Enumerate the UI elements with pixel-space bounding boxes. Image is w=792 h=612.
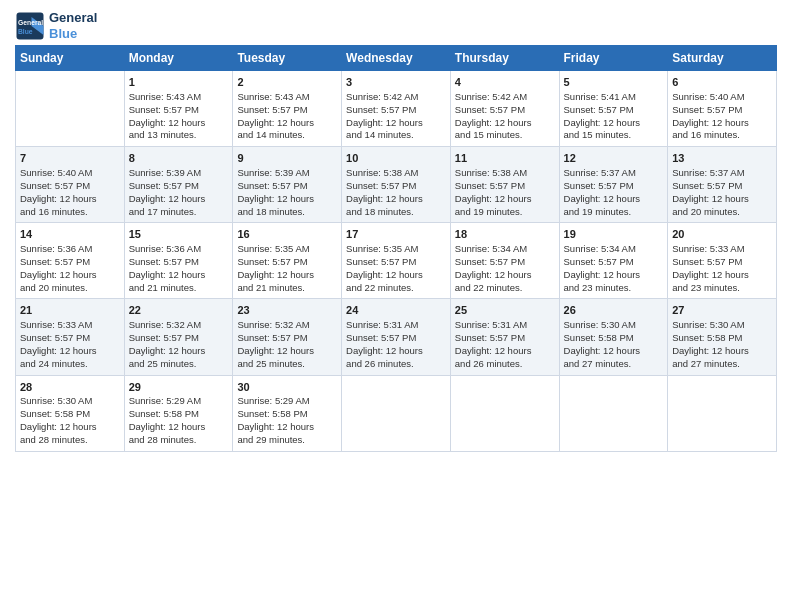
cell-4-2: 22Sunrise: 5:32 AM Sunset: 5:57 PM Dayli… [124,299,233,375]
cell-2-7: 13Sunrise: 5:37 AM Sunset: 5:57 PM Dayli… [668,147,777,223]
day-info: Sunrise: 5:30 AM Sunset: 5:58 PM Dayligh… [564,319,641,368]
col-header-sunday: Sunday [16,46,125,71]
col-header-thursday: Thursday [450,46,559,71]
day-number: 6 [672,75,772,90]
day-number: 12 [564,151,664,166]
day-info: Sunrise: 5:31 AM Sunset: 5:57 PM Dayligh… [455,319,532,368]
day-number: 22 [129,303,229,318]
day-info: Sunrise: 5:42 AM Sunset: 5:57 PM Dayligh… [346,91,423,140]
cell-3-6: 19Sunrise: 5:34 AM Sunset: 5:57 PM Dayli… [559,223,668,299]
svg-text:Blue: Blue [18,27,33,34]
day-number: 19 [564,227,664,242]
cell-5-4 [342,375,451,451]
cell-1-2: 1Sunrise: 5:43 AM Sunset: 5:57 PM Daylig… [124,71,233,147]
day-number: 1 [129,75,229,90]
day-info: Sunrise: 5:40 AM Sunset: 5:57 PM Dayligh… [20,167,97,216]
day-number: 5 [564,75,664,90]
cell-1-1 [16,71,125,147]
cell-4-6: 26Sunrise: 5:30 AM Sunset: 5:58 PM Dayli… [559,299,668,375]
day-info: Sunrise: 5:38 AM Sunset: 5:57 PM Dayligh… [346,167,423,216]
logo-icon: General Blue [15,11,45,41]
cell-1-7: 6Sunrise: 5:40 AM Sunset: 5:57 PM Daylig… [668,71,777,147]
day-info: Sunrise: 5:32 AM Sunset: 5:57 PM Dayligh… [237,319,314,368]
day-info: Sunrise: 5:29 AM Sunset: 5:58 PM Dayligh… [237,395,314,444]
day-info: Sunrise: 5:36 AM Sunset: 5:57 PM Dayligh… [129,243,206,292]
day-info: Sunrise: 5:35 AM Sunset: 5:57 PM Dayligh… [237,243,314,292]
week-row-2: 7Sunrise: 5:40 AM Sunset: 5:57 PM Daylig… [16,147,777,223]
day-info: Sunrise: 5:32 AM Sunset: 5:57 PM Dayligh… [129,319,206,368]
day-number: 15 [129,227,229,242]
cell-1-6: 5Sunrise: 5:41 AM Sunset: 5:57 PM Daylig… [559,71,668,147]
cell-5-1: 28Sunrise: 5:30 AM Sunset: 5:58 PM Dayli… [16,375,125,451]
cell-4-5: 25Sunrise: 5:31 AM Sunset: 5:57 PM Dayli… [450,299,559,375]
col-header-monday: Monday [124,46,233,71]
day-number: 18 [455,227,555,242]
day-info: Sunrise: 5:37 AM Sunset: 5:57 PM Dayligh… [672,167,749,216]
header-row: General Blue General Blue [15,10,777,41]
cell-3-7: 20Sunrise: 5:33 AM Sunset: 5:57 PM Dayli… [668,223,777,299]
day-number: 26 [564,303,664,318]
cell-1-3: 2Sunrise: 5:43 AM Sunset: 5:57 PM Daylig… [233,71,342,147]
main-container: General Blue General Blue SundayMondayTu… [0,0,792,462]
cell-3-3: 16Sunrise: 5:35 AM Sunset: 5:57 PM Dayli… [233,223,342,299]
day-number: 17 [346,227,446,242]
day-info: Sunrise: 5:34 AM Sunset: 5:57 PM Dayligh… [564,243,641,292]
col-header-saturday: Saturday [668,46,777,71]
cell-5-2: 29Sunrise: 5:29 AM Sunset: 5:58 PM Dayli… [124,375,233,451]
cell-5-7 [668,375,777,451]
cell-4-4: 24Sunrise: 5:31 AM Sunset: 5:57 PM Dayli… [342,299,451,375]
logo-text: General Blue [49,10,97,41]
day-number: 10 [346,151,446,166]
day-number: 23 [237,303,337,318]
day-info: Sunrise: 5:38 AM Sunset: 5:57 PM Dayligh… [455,167,532,216]
day-number: 30 [237,380,337,395]
day-info: Sunrise: 5:37 AM Sunset: 5:57 PM Dayligh… [564,167,641,216]
cell-4-7: 27Sunrise: 5:30 AM Sunset: 5:58 PM Dayli… [668,299,777,375]
cell-3-2: 15Sunrise: 5:36 AM Sunset: 5:57 PM Dayli… [124,223,233,299]
col-header-friday: Friday [559,46,668,71]
day-number: 9 [237,151,337,166]
day-info: Sunrise: 5:30 AM Sunset: 5:58 PM Dayligh… [672,319,749,368]
day-info: Sunrise: 5:42 AM Sunset: 5:57 PM Dayligh… [455,91,532,140]
day-number: 4 [455,75,555,90]
day-number: 14 [20,227,120,242]
day-number: 16 [237,227,337,242]
cell-2-1: 7Sunrise: 5:40 AM Sunset: 5:57 PM Daylig… [16,147,125,223]
cell-3-4: 17Sunrise: 5:35 AM Sunset: 5:57 PM Dayli… [342,223,451,299]
day-number: 11 [455,151,555,166]
cell-1-4: 3Sunrise: 5:42 AM Sunset: 5:57 PM Daylig… [342,71,451,147]
day-info: Sunrise: 5:29 AM Sunset: 5:58 PM Dayligh… [129,395,206,444]
day-info: Sunrise: 5:31 AM Sunset: 5:57 PM Dayligh… [346,319,423,368]
day-info: Sunrise: 5:41 AM Sunset: 5:57 PM Dayligh… [564,91,641,140]
day-info: Sunrise: 5:39 AM Sunset: 5:57 PM Dayligh… [237,167,314,216]
day-info: Sunrise: 5:35 AM Sunset: 5:57 PM Dayligh… [346,243,423,292]
cell-2-6: 12Sunrise: 5:37 AM Sunset: 5:57 PM Dayli… [559,147,668,223]
cell-2-5: 11Sunrise: 5:38 AM Sunset: 5:57 PM Dayli… [450,147,559,223]
day-number: 21 [20,303,120,318]
day-number: 29 [129,380,229,395]
day-number: 27 [672,303,772,318]
svg-text:General: General [18,18,43,25]
logo: General Blue General Blue [15,10,97,41]
week-row-3: 14Sunrise: 5:36 AM Sunset: 5:57 PM Dayli… [16,223,777,299]
day-number: 28 [20,380,120,395]
day-info: Sunrise: 5:43 AM Sunset: 5:57 PM Dayligh… [129,91,206,140]
cell-2-2: 8Sunrise: 5:39 AM Sunset: 5:57 PM Daylig… [124,147,233,223]
day-info: Sunrise: 5:36 AM Sunset: 5:57 PM Dayligh… [20,243,97,292]
cell-4-1: 21Sunrise: 5:33 AM Sunset: 5:57 PM Dayli… [16,299,125,375]
col-header-wednesday: Wednesday [342,46,451,71]
cell-3-1: 14Sunrise: 5:36 AM Sunset: 5:57 PM Dayli… [16,223,125,299]
day-number: 7 [20,151,120,166]
col-header-tuesday: Tuesday [233,46,342,71]
day-info: Sunrise: 5:40 AM Sunset: 5:57 PM Dayligh… [672,91,749,140]
week-row-5: 28Sunrise: 5:30 AM Sunset: 5:58 PM Dayli… [16,375,777,451]
day-info: Sunrise: 5:39 AM Sunset: 5:57 PM Dayligh… [129,167,206,216]
day-number: 13 [672,151,772,166]
week-row-4: 21Sunrise: 5:33 AM Sunset: 5:57 PM Dayli… [16,299,777,375]
day-number: 24 [346,303,446,318]
cell-3-5: 18Sunrise: 5:34 AM Sunset: 5:57 PM Dayli… [450,223,559,299]
day-number: 20 [672,227,772,242]
cell-2-3: 9Sunrise: 5:39 AM Sunset: 5:57 PM Daylig… [233,147,342,223]
day-number: 3 [346,75,446,90]
calendar-table: SundayMondayTuesdayWednesdayThursdayFrid… [15,45,777,451]
